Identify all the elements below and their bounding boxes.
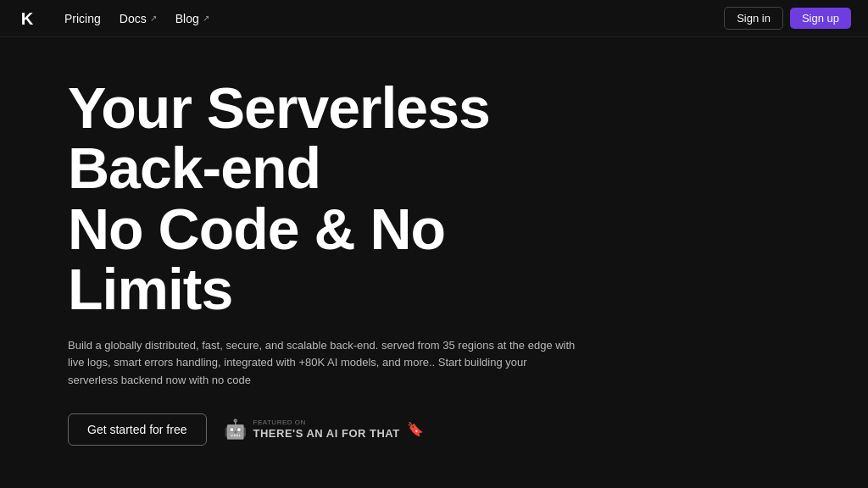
hero-section: Your Serverless Back-end No Code & No Li…	[0, 37, 644, 488]
featured-big-label: THERE'S AN AI FOR THAT	[253, 427, 400, 441]
featured-small-label: FEATURED ON	[253, 419, 400, 427]
nav-docs[interactable]: Docs ↗	[113, 8, 164, 29]
hero-actions: Get started for free 🤖 FEATURED ON THERE…	[68, 413, 576, 446]
nav-links: Pricing Docs ↗ Blog ↗	[58, 8, 724, 29]
nav-pricing[interactable]: Pricing	[58, 8, 108, 29]
logo[interactable]: K	[17, 7, 41, 30]
signup-button[interactable]: Sign up	[790, 8, 851, 29]
nav-blog[interactable]: Blog ↗	[169, 8, 216, 29]
nav-actions: Sign in Sign up	[724, 7, 851, 30]
external-link-icon: ↗	[203, 14, 209, 23]
hero-title: Your Serverless Back-end No Code & No Li…	[68, 78, 576, 320]
featured-robot-icon: 🤖	[224, 419, 247, 441]
featured-badge: 🤖 FEATURED ON THERE'S AN AI FOR THAT 🔖	[224, 419, 424, 441]
navbar: K Pricing Docs ↗ Blog ↗ Sign in Sign up	[0, 0, 868, 37]
hero-subtitle: Build a globally distributed, fast, secu…	[68, 337, 576, 390]
bookmark-icon: 🔖	[407, 421, 424, 437]
signin-button[interactable]: Sign in	[724, 7, 783, 30]
svg-text:K: K	[21, 9, 34, 28]
external-link-icon: ↗	[150, 14, 157, 23]
get-started-button[interactable]: Get started for free	[68, 413, 207, 446]
featured-text: FEATURED ON THERE'S AN AI FOR THAT	[253, 419, 400, 440]
